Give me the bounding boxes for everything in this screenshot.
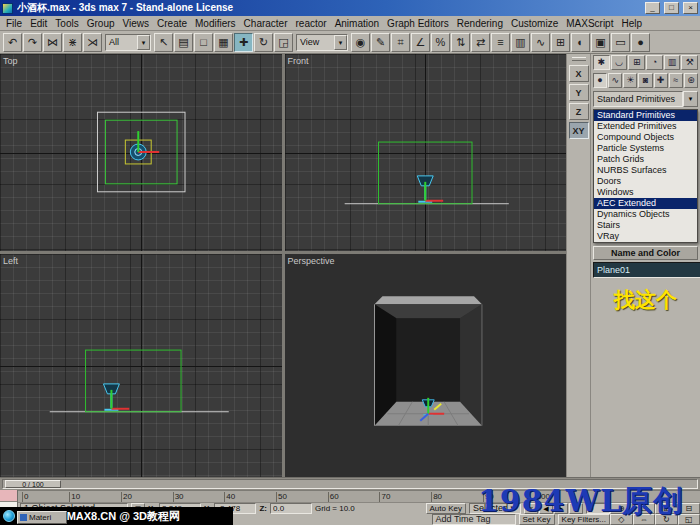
spinner-snap-icon[interactable]: ⇅: [451, 33, 470, 52]
axis-z-button[interactable]: Z: [569, 103, 589, 120]
z-coordinate-input[interactable]: [270, 503, 312, 514]
dropdown-option[interactable]: VRay: [594, 231, 697, 242]
viewport-perspective-label[interactable]: Perspective: [288, 256, 335, 266]
menu-item[interactable]: Help: [617, 18, 646, 29]
dropdown-option[interactable]: Particle Systems: [594, 143, 697, 154]
close-button[interactable]: ×: [683, 2, 698, 14]
frame-tick: 80: [431, 492, 442, 502]
viewport-front[interactable]: Front: [285, 54, 567, 251]
cameras-icon[interactable]: ◙: [638, 73, 652, 88]
menu-item[interactable]: Create: [153, 18, 191, 29]
percent-snap-icon[interactable]: %: [431, 33, 450, 52]
select-and-scale-icon[interactable]: ◲: [274, 33, 293, 52]
axis-x-button[interactable]: X: [569, 65, 589, 82]
dropdown-option[interactable]: NURBS Surfaces: [594, 165, 697, 176]
undo-icon[interactable]: ↶: [3, 33, 22, 52]
window-crossing-icon[interactable]: ▦: [214, 33, 233, 52]
auto-key-button[interactable]: Auto Key: [426, 503, 466, 514]
viewport-top[interactable]: Top: [0, 54, 282, 251]
annotation-find-this: 找这个: [591, 286, 700, 314]
menu-item[interactable]: reactor: [292, 18, 331, 29]
menu-item[interactable]: File: [2, 18, 26, 29]
time-slider-handle[interactable]: 0 / 100: [5, 480, 61, 488]
viewport-perspective[interactable]: Perspective: [285, 254, 567, 477]
tab-create[interactable]: ✱: [593, 55, 610, 70]
use-pivot-point-icon[interactable]: ◉: [351, 33, 370, 52]
menu-item[interactable]: Modifiers: [191, 18, 240, 29]
dropdown-option[interactable]: Stairs: [594, 220, 697, 231]
tab-motion[interactable]: ◔: [646, 55, 663, 70]
render-scene-icon[interactable]: ▣: [591, 33, 610, 52]
menu-item[interactable]: Animation: [331, 18, 383, 29]
menu-item[interactable]: Edit: [26, 18, 51, 29]
helpers-icon[interactable]: ✚: [654, 73, 668, 88]
menu-item[interactable]: Tools: [51, 18, 82, 29]
lights-icon[interactable]: ☀: [623, 73, 637, 88]
shapes-icon[interactable]: ∿: [608, 73, 622, 88]
dropdown-option[interactable]: Doors: [594, 176, 697, 187]
redo-icon[interactable]: ↷: [23, 33, 42, 52]
mirror-icon[interactable]: ⇄: [471, 33, 490, 52]
axis-y-button[interactable]: Y: [569, 84, 589, 101]
menu-item[interactable]: Group: [83, 18, 119, 29]
menu-item[interactable]: Views: [119, 18, 154, 29]
material-editor-icon[interactable]: ◐: [571, 33, 590, 52]
axis-xy-button[interactable]: XY: [569, 122, 589, 139]
minimized-material-editor[interactable]: Materi: [17, 511, 67, 524]
dropdown-option[interactable]: Patch Grids: [594, 154, 697, 165]
chevron-down-icon: ▾: [334, 35, 347, 50]
angle-snap-icon[interactable]: ∠: [411, 33, 430, 52]
selection-filter-dropdown[interactable]: All ▾: [105, 34, 151, 51]
chevron-down-icon[interactable]: ▾: [683, 91, 698, 107]
dropdown-option[interactable]: Compound Objects: [594, 132, 697, 143]
front-view-wireframe: [285, 54, 567, 251]
toolbar-grip[interactable]: [572, 57, 586, 61]
space-warps-icon[interactable]: ≈: [669, 73, 683, 88]
name-color-row: [593, 262, 698, 278]
tab-utilities[interactable]: ⚒: [681, 55, 698, 70]
name-color-rollout-header[interactable]: Name and Color: [593, 246, 698, 260]
viewport-left[interactable]: Left: [0, 254, 282, 477]
schematic-view-icon[interactable]: ⊞: [551, 33, 570, 52]
select-and-move-icon[interactable]: ✚: [234, 33, 253, 52]
menu-item[interactable]: Customize: [507, 18, 562, 29]
select-and-link-icon[interactable]: ⋈: [43, 33, 62, 52]
menu-item[interactable]: MAXScript: [562, 18, 617, 29]
dropdown-option[interactable]: AEC Extended: [594, 198, 697, 209]
render-type-icon[interactable]: ▭: [611, 33, 630, 52]
dropdown-option[interactable]: Dynamics Objects: [594, 209, 697, 220]
titlebar: 小酒杯.max - 3ds max 7 - Stand-alone Licens…: [0, 0, 700, 16]
select-by-name-icon[interactable]: ▤: [174, 33, 193, 52]
object-name-input[interactable]: [593, 262, 700, 278]
dropdown-option[interactable]: Standard Primitives: [594, 110, 697, 121]
select-and-rotate-icon[interactable]: ↻: [254, 33, 273, 52]
dropdown-option[interactable]: Windows: [594, 187, 697, 198]
select-and-manipulate-icon[interactable]: ✎: [371, 33, 390, 52]
reference-coordinate-dropdown[interactable]: View ▾: [296, 34, 348, 51]
viewport-front-label[interactable]: Front: [288, 56, 309, 66]
quick-render-icon[interactable]: ●: [631, 33, 650, 52]
rectangular-selection-region-icon[interactable]: □: [194, 33, 213, 52]
tab-display[interactable]: ▥: [664, 55, 681, 70]
listener-macro-pane[interactable]: [0, 490, 17, 502]
snap-toggle-icon[interactable]: ⌗: [391, 33, 410, 52]
maximize-button[interactable]: □: [664, 2, 679, 14]
menu-item[interactable]: Graph Editors: [383, 18, 453, 29]
geometry-icon[interactable]: ●: [593, 73, 607, 88]
viewport-left-label[interactable]: Left: [3, 256, 18, 266]
tab-hierarchy[interactable]: ⊞: [628, 55, 645, 70]
select-object-icon[interactable]: ↖: [154, 33, 173, 52]
align-icon[interactable]: ≡: [491, 33, 510, 52]
menu-item[interactable]: Rendering: [453, 18, 507, 29]
curve-editor-icon[interactable]: ∿: [531, 33, 550, 52]
menu-item[interactable]: Character: [240, 18, 292, 29]
object-category-dropdown[interactable]: Standard Primitives ▾: [593, 91, 698, 107]
unlink-selection-icon[interactable]: ⋇: [63, 33, 82, 52]
viewport-top-label[interactable]: Top: [3, 56, 18, 66]
minimize-button[interactable]: _: [645, 2, 660, 14]
layer-manager-icon[interactable]: ▥: [511, 33, 530, 52]
bind-to-space-warp-icon[interactable]: ⋊: [83, 33, 102, 52]
tab-modify[interactable]: ◡: [611, 55, 628, 70]
systems-icon[interactable]: ⊛: [684, 73, 698, 88]
dropdown-option[interactable]: Extended Primitives: [594, 121, 697, 132]
